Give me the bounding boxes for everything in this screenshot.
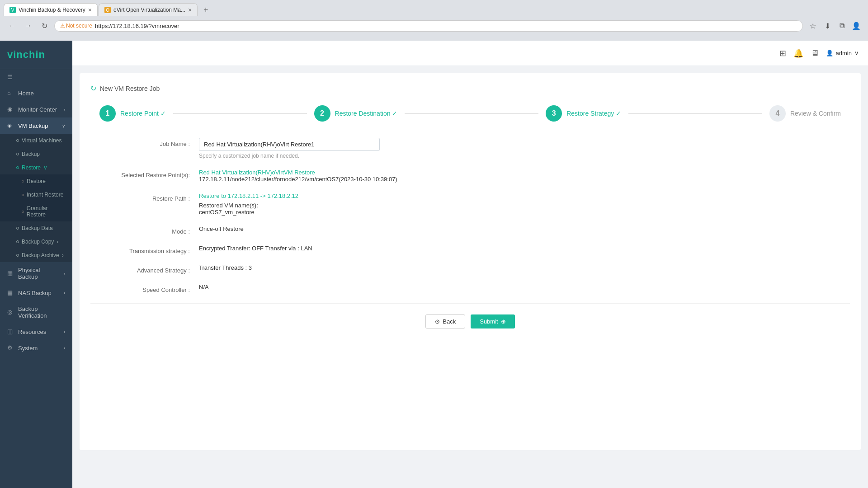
- step-check-2: ✓: [392, 110, 397, 117]
- sidebar-item-vm-backup[interactable]: ◈ VM Backup ∨: [0, 117, 72, 134]
- browser-tab-2[interactable]: O oVirt Open Virtualization Ma... ×: [99, 3, 198, 16]
- browser-tab-1[interactable]: V Vinchin Backup & Recovery ×: [4, 3, 98, 16]
- restore-arrow: ∨: [43, 164, 47, 171]
- user-label: admin: [836, 50, 852, 56]
- vm-backup-arrow: ∨: [62, 123, 65, 128]
- backup-archive-arrow: ›: [62, 252, 64, 258]
- tab-title-2: oVirt Open Virtualization Ma...: [113, 7, 185, 13]
- bookmark-button[interactable]: ☆: [807, 19, 819, 32]
- sidebar-subitem-virtual-machines[interactable]: Virtual Machines: [0, 134, 72, 147]
- form-row-transmission: Transmission strategy : Encrypted Transf…: [108, 245, 832, 254]
- circle-icon-restore-sub: [22, 180, 24, 183]
- download-button[interactable]: ⬇: [821, 19, 834, 32]
- transmission-label: Transmission strategy :: [108, 245, 199, 254]
- profile-button[interactable]: 👤: [850, 19, 863, 32]
- step-check-3: ✓: [616, 110, 621, 117]
- bell-icon[interactable]: 🔔: [793, 48, 803, 58]
- sidebar-item-system-label: System: [18, 345, 38, 352]
- sidebar-subitem-instant-restore[interactable]: Instant Restore: [0, 188, 72, 202]
- resources-icon: ◫: [7, 328, 14, 335]
- extensions-button[interactable]: ⧉: [835, 19, 848, 32]
- sidebar-item-resources-label: Resources: [18, 328, 46, 335]
- step-circle-3: 3: [546, 105, 562, 122]
- mode-value: Once-off Restore: [199, 225, 244, 232]
- restore-path-content: Restore to 172.18.2.11 -> 172.18.2.12 Re…: [199, 192, 832, 216]
- form-row-restore-points: Selected Restore Point(s): Red Hat Virtu…: [108, 169, 832, 183]
- speed-value: N/A: [199, 284, 209, 291]
- restore-point-link-1[interactable]: Red Hat Virtualization(RHV)oVirtVM Resto…: [199, 169, 832, 176]
- sidebar-item-nas-backup[interactable]: ▤ NAS Backup ›: [0, 285, 72, 301]
- nas-backup-icon: ▤: [7, 289, 14, 296]
- subitem-restore-label: Restore: [22, 164, 41, 171]
- restore-sub-submenu: Restore Instant Restore Granular Restore: [0, 174, 72, 221]
- sidebar-subitem-backup-archive[interactable]: Backup Archive ›: [0, 249, 72, 262]
- sidebar-item-nas-label: NAS Backup: [18, 290, 52, 296]
- submit-icon: ⊕: [501, 318, 506, 325]
- page-title: New VM Restore Job: [100, 85, 160, 92]
- user-menu[interactable]: 👤 admin ∨: [826, 50, 859, 56]
- sidebar-subitem-backup-data[interactable]: Backup Data: [0, 221, 72, 235]
- subitem-restore-sub-label: Restore: [27, 178, 46, 184]
- vm-backup-icon: ◈: [7, 122, 14, 129]
- tab-close-1[interactable]: ×: [88, 6, 92, 14]
- logo: vinchin: [0, 41, 72, 69]
- transmission-value: Encrypted Transfer: OFF Transfer via : L…: [199, 245, 312, 252]
- sidebar-subitem-backup[interactable]: Backup: [0, 147, 72, 161]
- mode-label: Mode :: [108, 225, 199, 235]
- sidebar-subitem-restore[interactable]: Restore ∨: [0, 161, 72, 174]
- step-2: 2 Restore Destination ✓: [314, 105, 398, 122]
- address-bar[interactable]: ⚠ Not secure https://172.18.16.19/?vmrec…: [54, 20, 803, 32]
- tab-title-1: Vinchin Backup & Recovery: [19, 7, 85, 13]
- advanced-value: Transfer Threads : 3: [199, 264, 252, 271]
- sidebar-subitem-backup-copy[interactable]: Backup Copy ›: [0, 235, 72, 249]
- reload-button[interactable]: ↻: [38, 19, 51, 32]
- form-row-restore-path: Restore Path : Restore to 172.18.2.11 ->…: [108, 192, 832, 216]
- job-name-input[interactable]: [199, 138, 380, 151]
- tab-close-2[interactable]: ×: [188, 6, 192, 14]
- browser-tabs: V Vinchin Backup & Recovery × O oVirt Op…: [0, 0, 868, 16]
- resources-arrow: ›: [64, 329, 65, 334]
- sidebar-item-home[interactable]: ⌂ Home: [0, 85, 72, 101]
- refresh-icon: ↻: [90, 84, 96, 93]
- monitor-icon: ◉: [7, 106, 14, 113]
- restored-vm-block: Restored VM name(s): centOS7_vm_restore: [199, 202, 832, 216]
- step-num-2: 2: [320, 109, 324, 117]
- system-arrow: ›: [64, 346, 65, 351]
- form-row-job-name: Job Name : Specify a customized job name…: [108, 138, 832, 159]
- restored-vm-label: Restored VM name(s):: [199, 202, 258, 209]
- user-avatar-icon: 👤: [826, 50, 833, 56]
- advanced-label: Advanced Strategy :: [108, 264, 199, 274]
- restored-vm-value: centOS7_vm_restore: [199, 209, 832, 216]
- speed-label: Speed Controller :: [108, 284, 199, 293]
- stepper: 1 Restore Point ✓ 2 Restore Desti: [90, 105, 850, 122]
- tab-favicon-2: O: [104, 7, 111, 13]
- logo-text: vinchin: [7, 49, 45, 60]
- backup-copy-arrow: ›: [57, 239, 58, 245]
- sidebar-item-physical-backup[interactable]: ▦ Physical Backup ›: [0, 262, 72, 285]
- monitor-screen-icon[interactable]: 🖥: [811, 48, 819, 58]
- restore-points-label: Selected Restore Point(s):: [108, 169, 199, 178]
- step-circle-2: 2: [314, 105, 330, 122]
- browser-chrome: V Vinchin Backup & Recovery × O oVirt Op…: [0, 0, 868, 41]
- sidebar-subitem-restore-sub[interactable]: Restore: [0, 174, 72, 188]
- sidebar-subitem-granular-restore[interactable]: Granular Restore: [0, 202, 72, 221]
- content-area: ↻ New VM Restore Job 1 Restore Point ✓: [72, 66, 868, 488]
- circle-icon-backup-copy: [16, 240, 19, 243]
- subitem-backup-archive-label: Backup Archive: [22, 252, 59, 258]
- back-button[interactable]: ⊙ Back: [425, 314, 465, 328]
- sidebar-item-system[interactable]: ⚙ System ›: [0, 340, 72, 356]
- monitor-arrow: ›: [64, 107, 65, 112]
- new-tab-button[interactable]: +: [199, 4, 212, 16]
- sidebar-item-backup-verification[interactable]: ◎ Backup Verification: [0, 301, 72, 324]
- back-label: Back: [443, 318, 456, 325]
- system-icon: ⚙: [7, 344, 14, 352]
- sidebar-item-monitor[interactable]: ◉ Monitor Center ›: [0, 101, 72, 117]
- sidebar-item-resources[interactable]: ◫ Resources ›: [0, 324, 72, 340]
- grid-icon[interactable]: ⊞: [779, 48, 786, 58]
- sidebar: vinchin ☰ ⌂ Home ◉ Monitor Center › ◈ VM…: [0, 41, 72, 488]
- forward-button[interactable]: →: [22, 19, 34, 32]
- submit-button[interactable]: Submit ⊕: [471, 314, 514, 328]
- circle-icon-granular: [22, 211, 24, 213]
- back-button[interactable]: ←: [5, 19, 18, 32]
- menu-toggle[interactable]: ☰: [0, 69, 72, 85]
